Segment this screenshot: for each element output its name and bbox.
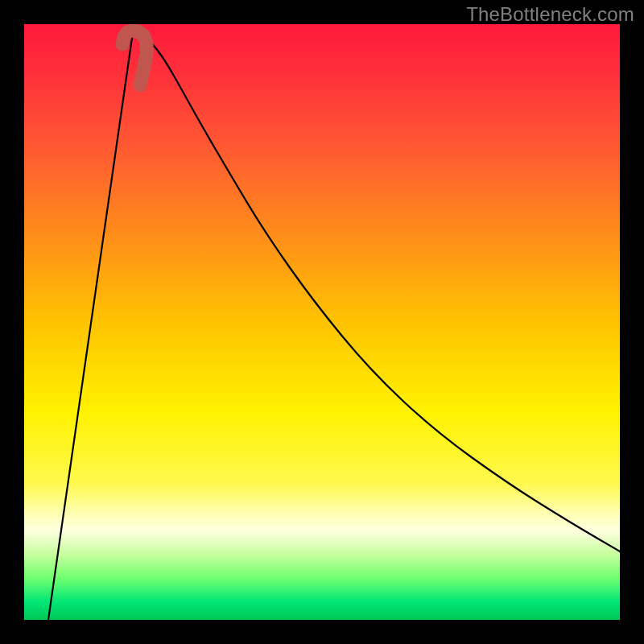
- v-curve-line: [48, 32, 620, 620]
- chart-frame: TheBottleneck.com: [0, 0, 644, 644]
- watermark-text: TheBottleneck.com: [466, 3, 634, 26]
- plot-area: [24, 24, 620, 620]
- chart-svg: [24, 24, 620, 620]
